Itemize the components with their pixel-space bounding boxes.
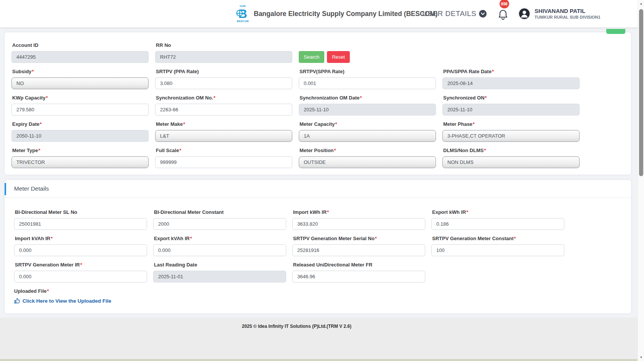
- user-details-label: USER DETAILS: [422, 10, 476, 18]
- view-uploaded-file-link[interactable]: Click Here to View the Uploaded File: [14, 298, 631, 304]
- scrollbar-thumb[interactable]: [639, 9, 643, 176]
- meter-position-select[interactable]: OUTSIDE: [299, 156, 436, 168]
- field-srtpv-gen-constant: SRTPV Generation Meter Constant*: [431, 236, 564, 256]
- field-export-kwh-ir: Export kWh IR*: [431, 209, 564, 230]
- user-details-dropdown[interactable]: USER DETAILS: [422, 10, 487, 18]
- field-srtpv-gen-ir: SRTPV Generation Meter IR*: [14, 262, 147, 282]
- srtpv-gen-constant-label: SRTPV Generation Meter Constant*: [432, 236, 564, 241]
- header-right: USER DETAILS 898 SHIVANAND PATIL TUMKUR …: [422, 0, 601, 27]
- srtpv-sppa-rate-label: SRTPV(SPPA Rate): [300, 69, 436, 74]
- field-meter-capacity: Meter Capacity* 1A: [299, 121, 436, 142]
- import-kwh-ir-input[interactable]: [292, 218, 425, 230]
- field-bidir-sl-no: BI-Directional Meter SL No: [14, 209, 147, 230]
- meter-phase-label: Meter Phase*: [443, 121, 580, 127]
- sync-om-no-label: Synchronization OM No.*: [156, 95, 292, 101]
- search-actions: Search Reset: [299, 42, 436, 63]
- field-meter-type: Meter Type* TRIVECTOR: [11, 148, 149, 168]
- uploaded-file-label: Uploaded File*: [14, 288, 631, 294]
- field-rr-no: RR No: [155, 42, 292, 63]
- import-kvah-ir-input[interactable]: [14, 244, 147, 256]
- footer: 2025 © Idea Infinity IT Solutions (P)Ltd…: [0, 318, 638, 361]
- account-id-input: [11, 51, 149, 63]
- field-meter-phase: Meter Phase* 3-PHASE,CT OPERATOR: [442, 121, 580, 142]
- srtpv-gen-constant-input[interactable]: [431, 244, 564, 256]
- search-button[interactable]: Search: [299, 51, 324, 63]
- field-meter-make: Meter Make* L&T: [155, 121, 292, 142]
- thumbs-up-icon: [14, 298, 20, 304]
- field-kwp-capacity: KWp Capacity*: [11, 95, 149, 116]
- partially-scrolled-green-button[interactable]: [606, 29, 625, 34]
- header: ಬೆವಿಕಂ B BESCOM Bangalore Electricity Su…: [0, 0, 644, 27]
- notifications-button[interactable]: 898: [497, 5, 509, 22]
- last-reading-date-input: [153, 271, 286, 282]
- sync-om-date-input: [299, 104, 436, 116]
- user-division: TUMKUR RURAL SUB DIVISION1: [535, 15, 601, 20]
- import-kvah-ir-label: Import kVAh IR*: [15, 236, 147, 241]
- bell-icon: [498, 9, 508, 21]
- export-kvah-ir-input[interactable]: [153, 244, 286, 256]
- meter-type-select[interactable]: TRIVECTOR: [11, 156, 149, 168]
- field-released-unidir-fr: Released UniDirectional Meter FR: [292, 262, 425, 282]
- meter-phase-select[interactable]: 3-PHASE,CT OPERATOR: [442, 130, 580, 142]
- vertical-scrollbar[interactable]: ▲ ▼: [638, 0, 644, 361]
- meter-make-select[interactable]: L&T: [155, 130, 292, 142]
- user-icon: [519, 8, 530, 19]
- field-bidir-constant: BI-Directional Meter Constant: [153, 209, 286, 230]
- dlms-select[interactable]: NON DLMS: [442, 156, 580, 168]
- taskbar-edge: [0, 359, 638, 361]
- sync-om-date-label: Synchronization OM Date*: [300, 95, 436, 101]
- ppa-sppa-rate-date-label: PPA/SPPA Rate Date*: [443, 69, 580, 74]
- field-meter-position: Meter Position* OUTSIDE: [299, 148, 436, 168]
- srtpv-gen-serial-input[interactable]: [292, 244, 425, 256]
- kwp-capacity-label: KWp Capacity*: [12, 95, 149, 101]
- uploaded-file-block: Uploaded File* Click Here to View the Up…: [5, 288, 631, 304]
- srtpv-gen-serial-label: SRTPV Generation Meter Serial No*: [293, 236, 425, 241]
- full-scale-input[interactable]: [155, 156, 292, 168]
- meter-type-label: Meter Type*: [12, 148, 149, 153]
- account-id-label: Account ID: [12, 42, 149, 48]
- ppa-sppa-rate-date-input: [442, 77, 580, 89]
- sync-om-no-input[interactable]: [155, 104, 292, 116]
- export-kwh-ir-label: Export kWh IR*: [432, 209, 564, 215]
- field-expiry-date: Expiry Date*: [11, 121, 149, 142]
- field-srtpv-ppa-rate: SRTPV (PPA Rate): [155, 69, 292, 89]
- chevron-down-icon: [479, 10, 487, 18]
- avatar[interactable]: [518, 7, 531, 20]
- synchronized-on-input: [442, 104, 580, 116]
- srtpv-ppa-rate-label: SRTPV (PPA Rate): [156, 69, 292, 74]
- field-full-scale: Full Scale*: [155, 148, 292, 168]
- scrollbar-down-arrow[interactable]: ▼: [638, 356, 644, 359]
- srtpv-gen-ir-input[interactable]: [14, 271, 147, 282]
- field-sync-om-date: Synchronization OM Date*: [299, 95, 436, 116]
- page-title: Bangalore Electricity Supply Company Lim…: [254, 10, 437, 18]
- account-details-card: Account ID RR No Search Reset Subsidy* N…: [5, 32, 631, 175]
- bidir-sl-no-label: BI-Directional Meter SL No: [15, 209, 147, 215]
- field-export-kvah-ir: Export kVAh IR*: [153, 236, 286, 256]
- meter-capacity-select[interactable]: 1A: [299, 130, 436, 142]
- expiry-date-input: [11, 130, 149, 142]
- bidir-constant-label: BI-Directional Meter Constant: [154, 209, 286, 215]
- reset-button[interactable]: Reset: [327, 51, 350, 63]
- meter-details-header: Meter Details: [5, 180, 631, 198]
- bescom-logo-icon: ಬೆವಿಕಂ B BESCOM: [235, 5, 250, 23]
- field-dlms: DLMS/Non DLMS* NON DLMS: [442, 148, 580, 168]
- srtpv-gen-ir-label: SRTPV Generation Meter IR*: [15, 262, 147, 268]
- subsidy-label: Subsidy*: [12, 69, 149, 74]
- released-unidir-fr-input[interactable]: [292, 271, 425, 282]
- subsidy-select[interactable]: NO: [11, 77, 149, 89]
- user-name: SHIVANAND PATIL: [535, 8, 601, 15]
- srtpv-sppa-rate-input[interactable]: [299, 77, 436, 89]
- notification-badge: 898: [500, 0, 509, 8]
- bidir-constant-input[interactable]: [153, 218, 286, 230]
- expiry-date-label: Expiry Date*: [12, 121, 149, 127]
- last-reading-date-label: Last Reading Date: [154, 262, 286, 268]
- bidir-sl-no-input[interactable]: [14, 218, 147, 230]
- user-info: SHIVANAND PATIL TUMKUR RURAL SUB DIVISIO…: [535, 8, 601, 20]
- brand: ಬೆವಿಕಂ B BESCOM Bangalore Electricity Su…: [235, 3, 437, 24]
- export-kwh-ir-input[interactable]: [431, 218, 564, 230]
- srtpv-ppa-rate-input[interactable]: [155, 77, 292, 89]
- field-ppa-sppa-rate-date: PPA/SPPA Rate Date*: [442, 69, 580, 89]
- scrollbar-up-arrow[interactable]: ▲: [638, 2, 644, 5]
- kwp-capacity-input[interactable]: [11, 104, 149, 116]
- copyright-text: 2025 © Idea Infinity IT Solutions (P)Ltd…: [0, 318, 615, 329]
